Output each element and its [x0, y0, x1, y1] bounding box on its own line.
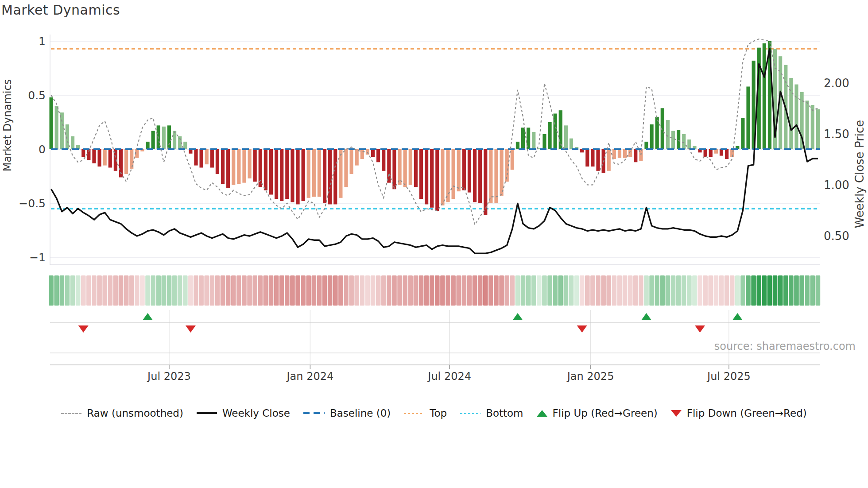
- flip-up-marker: [512, 313, 523, 320]
- heatmap-cell: [167, 275, 172, 306]
- solidblack-swatch: [197, 412, 217, 414]
- heatmap-cell: [365, 275, 370, 306]
- oscillator-bar: [677, 130, 680, 149]
- flip-up-marker: [732, 313, 743, 320]
- legend: Raw (unsmoothed)Weekly CloseBaseline (0)…: [0, 407, 868, 419]
- flip-down-marker: [78, 325, 89, 333]
- heatmap-cell: [692, 275, 697, 306]
- heatmap-cell: [113, 275, 118, 306]
- heatmap-cell: [467, 275, 472, 306]
- oscillator-bars: [50, 41, 820, 215]
- oscillator-bar: [376, 149, 380, 162]
- heatmap-cell: [649, 275, 654, 306]
- oscillator-bar: [226, 149, 230, 188]
- legend-label: Flip Down (Green→Red): [687, 407, 807, 419]
- oscillator-bar: [71, 136, 74, 149]
- oscillator-bar: [355, 149, 359, 166]
- oscillator-bar: [687, 139, 691, 149]
- oscillator-bar: [344, 149, 348, 187]
- legend-label: Raw (unsmoothed): [87, 407, 183, 419]
- heatmap-cell: [247, 275, 252, 306]
- heatmap-cell: [590, 275, 595, 306]
- heatmap-cell: [746, 275, 751, 306]
- oscillator-bar: [92, 149, 96, 163]
- heatmap-cell: [767, 275, 772, 306]
- heatmap-cell: [569, 275, 574, 306]
- heatmap-cell: [183, 275, 188, 306]
- heatmap-cell: [805, 275, 810, 306]
- oscillator-bar: [650, 124, 653, 149]
- oscillator-bar: [205, 149, 209, 164]
- oscillator-bar: [462, 149, 466, 190]
- oscillator-bar: [414, 149, 418, 187]
- oscillator-bar: [548, 122, 551, 149]
- heatmap-cell: [504, 275, 509, 306]
- oscillator-bar: [763, 43, 766, 149]
- heatmap-cell: [231, 275, 236, 306]
- heatmap-cell: [424, 275, 429, 306]
- tridown-icon: [671, 410, 682, 417]
- legend-label: Bottom: [486, 407, 523, 419]
- heatmap-cell: [730, 275, 735, 306]
- heatmap-cell: [778, 275, 783, 306]
- heatmap-cell: [156, 275, 161, 306]
- oscillator-bar: [221, 149, 225, 184]
- legend-item-triup: Flip Up (Red→Green): [537, 407, 658, 419]
- heatmap-cell: [129, 275, 134, 306]
- heatmap-cell: [301, 275, 306, 306]
- oscillator-bar: [398, 149, 401, 185]
- oscillator-bar: [339, 149, 342, 198]
- heatmap-cell: [531, 275, 536, 306]
- heatmap-cell: [199, 275, 204, 306]
- oscillator-bar: [349, 149, 353, 174]
- oscillator-bar: [210, 149, 214, 167]
- oscillator-bar: [789, 78, 793, 149]
- oscillator-bar: [232, 149, 235, 185]
- oscillator-bar: [387, 149, 391, 183]
- heatmap-cell: [708, 275, 713, 306]
- oscillator-bar: [162, 127, 166, 149]
- heatmap-cell: [719, 275, 724, 306]
- heatmap-cell: [49, 275, 54, 306]
- oscillator-bar: [489, 149, 492, 203]
- oscillator-bar: [709, 149, 713, 157]
- raw-line: [51, 39, 818, 225]
- oscillator-bar: [441, 149, 444, 205]
- oscillator-bar: [130, 149, 133, 169]
- oscillator-bar: [644, 142, 648, 149]
- heatmap-cell: [451, 275, 456, 306]
- heatmap-cell: [816, 275, 821, 306]
- heatmap-cell: [279, 275, 284, 306]
- oscillator-bar: [618, 149, 621, 158]
- heatmap-cell: [349, 275, 354, 306]
- marker-rows: [50, 310, 820, 365]
- svg-text:1.00: 1.00: [824, 178, 849, 192]
- svg-text:Jul 2025: Jul 2025: [706, 370, 751, 383]
- svg-text:2.00: 2.00: [824, 77, 849, 90]
- heatmap-cell: [810, 275, 815, 306]
- oscillator-bar: [183, 142, 187, 149]
- heatmap-cell: [671, 275, 676, 306]
- heatmap-cell: [483, 275, 488, 306]
- heatmap-cell: [54, 275, 59, 306]
- heatmap-cell: [725, 275, 729, 306]
- heatmap-cell: [585, 275, 590, 306]
- oscillator-bar: [542, 134, 546, 149]
- heatmap-cell: [612, 275, 617, 306]
- raw-line-layer: [51, 39, 818, 225]
- oscillator-bar: [366, 149, 369, 155]
- oscillator-bar: [296, 149, 299, 204]
- dotcyan-swatch: [460, 413, 480, 414]
- heatmap-cell: [773, 275, 778, 306]
- oscillator-bar: [623, 149, 627, 158]
- oscillator-bar: [425, 149, 428, 204]
- legend-label: Weekly Close: [222, 407, 290, 419]
- heatmap-cell: [86, 275, 91, 306]
- heatmap-cell: [333, 275, 338, 306]
- flip-up-marker: [143, 313, 153, 320]
- heatmap-cell: [328, 275, 333, 306]
- oscillator-bar: [307, 149, 310, 198]
- svg-text:0.50: 0.50: [824, 229, 849, 243]
- triup-icon: [537, 410, 547, 417]
- heatmap-cell: [403, 275, 407, 306]
